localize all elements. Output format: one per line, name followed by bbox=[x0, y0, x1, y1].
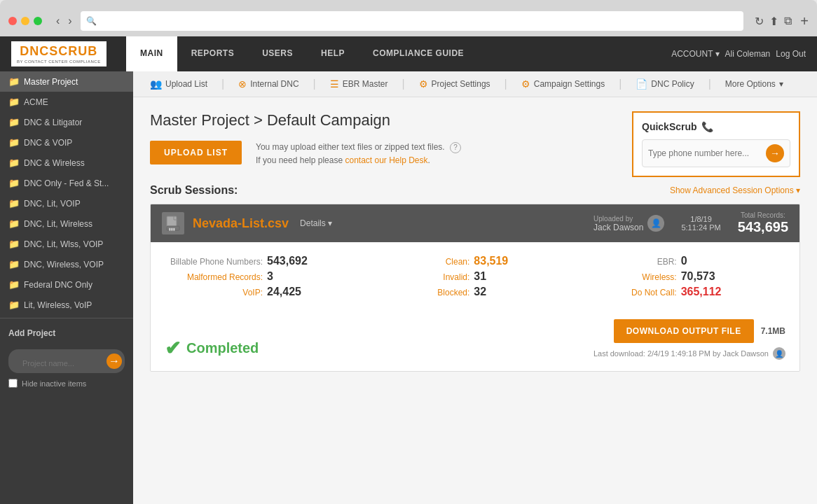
sidebar-item-label: ACME bbox=[24, 97, 48, 107]
sidebar-item-federal-dnc-only[interactable]: 📁 Federal DNC Only bbox=[0, 274, 133, 295]
traffic-lights bbox=[8, 17, 42, 25]
help-icon[interactable]: ? bbox=[450, 142, 461, 153]
nav-back-button[interactable]: ‹ bbox=[53, 13, 62, 29]
action-toolbar: 👥 Upload List | ⊗ Internal DNC | ☰ EBR M… bbox=[133, 71, 817, 97]
nav-tab-reports[interactable]: REPORTS bbox=[177, 36, 249, 71]
sidebar-item-dnc-voip[interactable]: 📁 DNC & VOIP bbox=[0, 132, 133, 153]
refresh-button[interactable]: ↻ bbox=[755, 15, 764, 28]
sidebar: 📁 Master Project 📁 ACME 📁 DNC & Litigato… bbox=[0, 71, 133, 504]
session-footer: ✔ Completed DOWNLOAD OUTPUT FILE 7.1MB L… bbox=[151, 311, 799, 371]
folder-icon: 📁 bbox=[8, 279, 20, 290]
sidebar-item-lit-wireless-voip[interactable]: 📁 Lit, Wireless, VoIP bbox=[0, 295, 133, 315]
app-container: DNCSCRUB BY CONTACT CENTER COMPLIANCE MA… bbox=[0, 36, 817, 504]
toolbar-project-settings[interactable]: ⚙ Project Settings bbox=[416, 77, 493, 91]
upload-list-button[interactable]: UPLOAD LIST bbox=[150, 141, 242, 164]
session-uploader: Uploaded by Jack Dawson 👤 bbox=[593, 215, 664, 232]
upload-time: 5:11:24 PM bbox=[681, 223, 720, 232]
nav-tab-users[interactable]: USERS bbox=[248, 36, 307, 71]
nav-tab-main[interactable]: MAIN bbox=[126, 36, 177, 71]
sidebar-item-label: DNC, Lit, VOIP bbox=[24, 199, 81, 209]
ebr-label: EBR: bbox=[579, 257, 677, 267]
toolbar-dnc-policy[interactable]: 📄 DNC Policy bbox=[633, 77, 696, 91]
download-output-button[interactable]: DOWNLOAD OUTPUT FILE bbox=[614, 319, 754, 343]
sidebar-item-dnc-lit-wireless[interactable]: 📁 DNC, Lit, Wireless bbox=[0, 214, 133, 234]
quickscrub-input[interactable] bbox=[648, 148, 762, 158]
sidebar-item-label: DNC & Wireless bbox=[24, 158, 85, 168]
upload-hint-line1: You may upload either text files or zipp… bbox=[256, 142, 445, 152]
help-desk-link[interactable]: contact our Help Desk bbox=[345, 155, 427, 165]
toolbar-ebr-master[interactable]: ☰ EBR Master bbox=[327, 77, 391, 91]
malformed-value: 3 bbox=[267, 270, 273, 283]
stat-malformed: Malformed Records: 3 bbox=[165, 269, 371, 284]
billable-label: Billable Phone Numbers: bbox=[165, 257, 263, 267]
sidebar-item-dnc-lit-wlss-voip[interactable]: 📁 DNC, Lit, Wlss, VOIP bbox=[0, 234, 133, 254]
folder-icon: 📁 bbox=[8, 239, 20, 249]
session-details-link[interactable]: Details ▾ bbox=[300, 218, 332, 228]
traffic-light-yellow[interactable] bbox=[21, 17, 29, 25]
settings-icon: ⚙ bbox=[419, 78, 428, 90]
checkmark-icon: ✔ bbox=[165, 337, 181, 360]
toolbar-project-settings-label: Project Settings bbox=[432, 79, 490, 89]
stat-wireless: Wireless: 70,573 bbox=[579, 269, 785, 284]
address-bar[interactable]: 🔍 bbox=[81, 11, 744, 31]
add-project-field[interactable] bbox=[15, 356, 104, 370]
toolbar-upload-list[interactable]: 👥 Upload List bbox=[147, 77, 210, 91]
sidebar-item-label: Master Project bbox=[24, 77, 78, 87]
sidebar-item-dnc-litigator[interactable]: 📁 DNC & Litigator bbox=[0, 112, 133, 132]
user-name: Ali Coleman bbox=[725, 49, 771, 59]
scrub-sessions-title: Scrub Sessions: bbox=[150, 184, 238, 197]
policy-icon: 📄 bbox=[636, 78, 647, 90]
hide-inactive-checkbox[interactable] bbox=[8, 379, 18, 388]
upload-hint-line2: If you need help please bbox=[256, 155, 343, 165]
sidebar-item-acme[interactable]: 📁 ACME bbox=[0, 92, 133, 112]
upload-icon: 👥 bbox=[150, 78, 162, 90]
session-details-label: Details ▾ bbox=[300, 218, 332, 228]
account-menu[interactable]: ACCOUNT ▾ bbox=[671, 49, 719, 59]
nav-forward-button[interactable]: › bbox=[65, 13, 74, 29]
sidebar-item-label: Lit, Wireless, VoIP bbox=[24, 300, 92, 310]
traffic-light-red[interactable] bbox=[8, 17, 17, 25]
nav-right: ACCOUNT ▾ Ali Coleman Log Out bbox=[671, 36, 817, 71]
logout-link[interactable]: Log Out bbox=[776, 49, 806, 59]
session-header: ▮▮▮ Nevada-List.csv Details ▾ Uploaded b… bbox=[151, 204, 799, 242]
sidebar-item-dnc-fed-st[interactable]: 📁 DNC Only - Fed & St... bbox=[0, 173, 133, 193]
svg-text:▮▮▮: ▮▮▮ bbox=[169, 227, 175, 231]
stat-voip: VoIP: 24,425 bbox=[165, 284, 371, 300]
toolbar-internal-dnc-label: Internal DNC bbox=[250, 79, 298, 89]
show-advanced-options[interactable]: Show Advanced Session Options ▾ bbox=[670, 186, 800, 195]
toolbar-more-options[interactable]: More Options ▾ bbox=[722, 78, 786, 90]
new-tab-button[interactable]: + bbox=[800, 13, 809, 29]
toolbar-sep-3: | bbox=[401, 78, 404, 90]
folder-icon: 📁 bbox=[8, 137, 20, 148]
sidebar-item-dnc-wireless-voip[interactable]: 📁 DNC, Wireless, VOIP bbox=[0, 254, 133, 274]
content-area: 👥 Upload List | ⊗ Internal DNC | ☰ EBR M… bbox=[133, 71, 817, 504]
quickscrub-submit-button[interactable]: → bbox=[766, 144, 784, 162]
nav-tab-help[interactable]: HELP bbox=[307, 36, 359, 71]
toolbar-campaign-settings[interactable]: ⚙ Campaign Settings bbox=[519, 77, 607, 91]
phone-icon: 📞 bbox=[701, 121, 713, 132]
stats-col-1: Billable Phone Numbers: 543,692 Malforme… bbox=[165, 253, 371, 300]
session-card: ▮▮▮ Nevada-List.csv Details ▾ Uploaded b… bbox=[150, 204, 800, 372]
malformed-label: Malformed Records: bbox=[165, 272, 263, 282]
add-project-label: Add Project bbox=[0, 321, 133, 345]
toolbar-sep-6: | bbox=[708, 78, 711, 90]
page-content: Master Project > Default Campaign QuickS… bbox=[133, 97, 817, 504]
browser-actions: ↻ ⬆ ⧉ bbox=[755, 15, 792, 28]
folder-icon: 📁 bbox=[8, 259, 20, 270]
folder-icon: 📁 bbox=[8, 218, 20, 229]
sidebar-item-label: DNC, Wireless, VOIP bbox=[24, 260, 104, 270]
tabs-button[interactable]: ⧉ bbox=[784, 15, 792, 27]
share-button[interactable]: ⬆ bbox=[769, 15, 778, 28]
top-nav: DNCSCRUB BY CONTACT CENTER COMPLIANCE MA… bbox=[0, 36, 817, 71]
sidebar-item-dnc-lit-voip[interactable]: 📁 DNC, Lit, VOIP bbox=[0, 193, 133, 214]
quickscrub-title: QuickScrub 📞 bbox=[642, 121, 790, 132]
sidebar-item-master-project[interactable]: 📁 Master Project bbox=[0, 71, 133, 92]
total-records-value: 543,695 bbox=[738, 219, 788, 235]
toolbar-internal-dnc[interactable]: ⊗ Internal DNC bbox=[235, 77, 301, 91]
folder-icon: 📁 bbox=[8, 198, 20, 209]
sidebar-item-dnc-wireless[interactable]: 📁 DNC & Wireless bbox=[0, 153, 133, 173]
traffic-light-green[interactable] bbox=[34, 17, 42, 25]
total-records-label: Total Records: bbox=[738, 211, 788, 219]
add-project-button[interactable]: → bbox=[107, 354, 122, 369]
nav-tab-compliance-guide[interactable]: COMPLIANCE GUIDE bbox=[359, 36, 478, 71]
